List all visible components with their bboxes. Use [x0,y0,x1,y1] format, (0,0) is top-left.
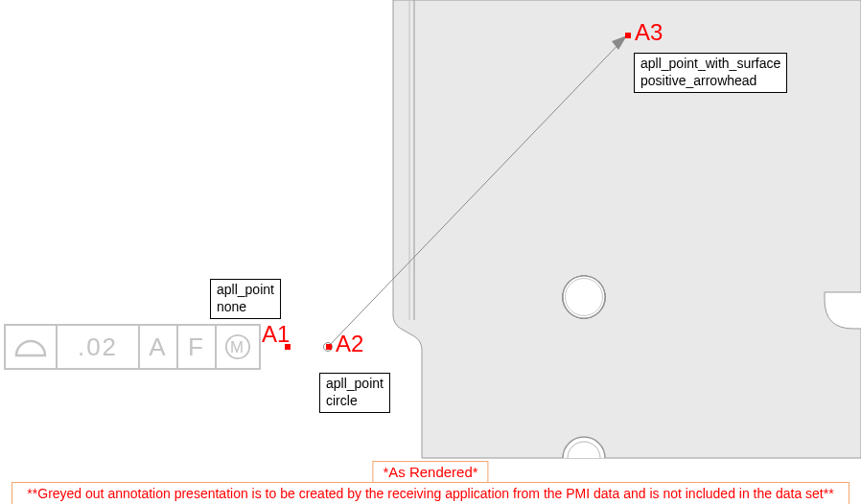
marker-label-a2: A2 [336,332,363,355]
fcf-datum-f: F [176,324,215,370]
callout-a2: apll_point circle [319,373,390,413]
marker-dot-a2 [326,344,332,350]
profile-of-surface-icon [14,336,47,357]
fcf-tolerance-value: .02 [78,332,118,362]
callout-a3-line2: positive_arrowhead [640,73,780,90]
fcf-symbol-profile-surface [4,324,56,370]
marker-label-a1: A1 [262,323,290,346]
diagram-stage: .02 A F M A1 A2 A3 apll_point none apll_… [0,0,861,504]
svg-text:M: M [230,338,245,356]
callout-a2-line2: circle [326,393,384,410]
marker-dot-a3 [625,33,631,38]
part-shape [393,0,861,458]
svg-point-10 [563,276,605,318]
fcf-datum-f-label: F [188,332,205,362]
note-footer: **Greyed out annotation presentation is … [12,482,849,504]
fcf-datum-a: A [138,324,176,370]
callout-a2-line1: apll_point [326,376,384,393]
callout-a1: apll_point none [210,279,281,319]
callout-a1-line1: apll_point [217,282,274,299]
max-material-icon: M [224,332,251,361]
marker-label-a3: A3 [635,21,663,44]
feature-control-frame: .02 A F M [4,324,261,370]
callout-a3-line1: apll_point_with_surface [640,56,780,73]
note-as-rendered: *As Rendered* [372,461,488,483]
callout-a1-line2: none [217,299,274,316]
fcf-datum-a-label: A [149,332,167,362]
fcf-modifier-m: M [215,324,261,370]
fcf-tolerance: .02 [56,324,138,370]
callout-a3: apll_point_with_surface positive_arrowhe… [634,53,787,93]
